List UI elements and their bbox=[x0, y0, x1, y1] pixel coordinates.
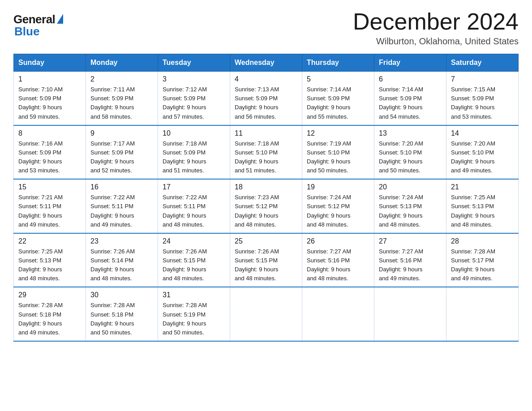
day-number: 27 bbox=[379, 237, 442, 245]
table-row bbox=[446, 287, 519, 341]
day-info: Sunrise: 7:28 AM Sunset: 5:19 PM Dayligh… bbox=[163, 301, 225, 337]
table-row: 16 Sunrise: 7:22 AM Sunset: 5:11 PM Dayl… bbox=[86, 179, 158, 233]
table-row: 9 Sunrise: 7:17 AM Sunset: 5:09 PM Dayli… bbox=[86, 125, 158, 180]
day-info: Sunrise: 7:14 AM Sunset: 5:09 PM Dayligh… bbox=[307, 85, 369, 121]
day-number: 1 bbox=[18, 75, 81, 83]
table-row: 14 Sunrise: 7:20 AM Sunset: 5:10 PM Dayl… bbox=[446, 125, 519, 180]
calendar-week-row: 15 Sunrise: 7:21 AM Sunset: 5:11 PM Dayl… bbox=[14, 179, 519, 233]
table-row: 6 Sunrise: 7:14 AM Sunset: 5:09 PM Dayli… bbox=[374, 72, 446, 125]
day-info: Sunrise: 7:16 AM Sunset: 5:09 PM Dayligh… bbox=[18, 139, 81, 176]
month-title: December 2024 bbox=[353, 9, 519, 34]
day-number: 10 bbox=[163, 129, 225, 137]
table-row: 29 Sunrise: 7:28 AM Sunset: 5:18 PM Dayl… bbox=[14, 287, 86, 341]
day-info: Sunrise: 7:20 AM Sunset: 5:10 PM Dayligh… bbox=[451, 139, 514, 176]
day-info: Sunrise: 7:17 AM Sunset: 5:09 PM Dayligh… bbox=[90, 139, 153, 176]
day-info: Sunrise: 7:12 AM Sunset: 5:09 PM Dayligh… bbox=[163, 85, 225, 121]
header-wednesday: Wednesday bbox=[230, 54, 302, 72]
day-info: Sunrise: 7:20 AM Sunset: 5:10 PM Dayligh… bbox=[379, 139, 442, 176]
day-number: 31 bbox=[163, 291, 225, 299]
table-row: 19 Sunrise: 7:24 AM Sunset: 5:12 PM Dayl… bbox=[302, 179, 374, 233]
calendar-week-row: 1 Sunrise: 7:10 AM Sunset: 5:09 PM Dayli… bbox=[14, 72, 519, 125]
day-info: Sunrise: 7:24 AM Sunset: 5:13 PM Dayligh… bbox=[379, 193, 442, 229]
day-number: 9 bbox=[90, 129, 153, 137]
day-info: Sunrise: 7:13 AM Sunset: 5:09 PM Dayligh… bbox=[235, 85, 297, 121]
location-subtitle: Wilburton, Oklahoma, United States bbox=[353, 36, 519, 47]
day-info: Sunrise: 7:23 AM Sunset: 5:12 PM Dayligh… bbox=[235, 193, 297, 229]
table-row: 5 Sunrise: 7:14 AM Sunset: 5:09 PM Dayli… bbox=[302, 72, 374, 125]
logo-blue-text: Blue bbox=[14, 25, 39, 39]
table-row: 4 Sunrise: 7:13 AM Sunset: 5:09 PM Dayli… bbox=[230, 72, 302, 125]
day-number: 26 bbox=[307, 237, 369, 245]
day-number: 14 bbox=[451, 129, 514, 137]
table-row: 30 Sunrise: 7:28 AM Sunset: 5:18 PM Dayl… bbox=[86, 287, 158, 341]
table-row: 22 Sunrise: 7:25 AM Sunset: 5:13 PM Dayl… bbox=[14, 233, 86, 287]
page-header: General Blue December 2024 Wilburton, Ok… bbox=[13, 9, 519, 47]
table-row: 28 Sunrise: 7:28 AM Sunset: 5:17 PM Dayl… bbox=[446, 233, 519, 287]
day-number: 3 bbox=[163, 75, 225, 83]
table-row: 18 Sunrise: 7:23 AM Sunset: 5:12 PM Dayl… bbox=[230, 179, 302, 233]
day-number: 24 bbox=[163, 237, 225, 245]
table-row: 31 Sunrise: 7:28 AM Sunset: 5:19 PM Dayl… bbox=[158, 287, 230, 341]
day-number: 21 bbox=[451, 183, 514, 191]
day-number: 23 bbox=[90, 237, 153, 245]
day-info: Sunrise: 7:28 AM Sunset: 5:17 PM Dayligh… bbox=[451, 247, 514, 283]
table-row: 13 Sunrise: 7:20 AM Sunset: 5:10 PM Dayl… bbox=[374, 125, 446, 180]
day-number: 5 bbox=[307, 75, 369, 83]
header-saturday: Saturday bbox=[446, 54, 519, 72]
table-row: 17 Sunrise: 7:22 AM Sunset: 5:11 PM Dayl… bbox=[158, 179, 230, 233]
header-thursday: Thursday bbox=[302, 54, 374, 72]
day-number: 28 bbox=[451, 237, 514, 245]
table-row: 1 Sunrise: 7:10 AM Sunset: 5:09 PM Dayli… bbox=[14, 72, 86, 125]
day-info: Sunrise: 7:25 AM Sunset: 5:13 PM Dayligh… bbox=[451, 193, 514, 229]
table-row: 8 Sunrise: 7:16 AM Sunset: 5:09 PM Dayli… bbox=[14, 125, 86, 180]
day-number: 8 bbox=[18, 129, 81, 137]
table-row: 26 Sunrise: 7:27 AM Sunset: 5:16 PM Dayl… bbox=[302, 233, 374, 287]
table-row: 11 Sunrise: 7:18 AM Sunset: 5:10 PM Dayl… bbox=[230, 125, 302, 180]
day-info: Sunrise: 7:21 AM Sunset: 5:11 PM Dayligh… bbox=[18, 193, 81, 229]
table-row: 2 Sunrise: 7:11 AM Sunset: 5:09 PM Dayli… bbox=[86, 72, 158, 125]
day-number: 12 bbox=[307, 129, 369, 137]
day-number: 17 bbox=[163, 183, 225, 191]
day-number: 13 bbox=[379, 129, 442, 137]
day-info: Sunrise: 7:26 AM Sunset: 5:14 PM Dayligh… bbox=[90, 247, 153, 283]
day-info: Sunrise: 7:24 AM Sunset: 5:12 PM Dayligh… bbox=[307, 193, 369, 229]
day-info: Sunrise: 7:25 AM Sunset: 5:13 PM Dayligh… bbox=[18, 247, 81, 283]
day-number: 7 bbox=[451, 75, 514, 83]
day-info: Sunrise: 7:26 AM Sunset: 5:15 PM Dayligh… bbox=[235, 247, 297, 283]
day-number: 19 bbox=[307, 183, 369, 191]
day-number: 22 bbox=[18, 237, 81, 245]
table-row: 24 Sunrise: 7:26 AM Sunset: 5:15 PM Dayl… bbox=[158, 233, 230, 287]
calendar-week-row: 8 Sunrise: 7:16 AM Sunset: 5:09 PM Dayli… bbox=[14, 125, 519, 180]
day-number: 25 bbox=[235, 237, 297, 245]
title-area: December 2024 Wilburton, Oklahoma, Unite… bbox=[353, 9, 519, 47]
table-row: 3 Sunrise: 7:12 AM Sunset: 5:09 PM Dayli… bbox=[158, 72, 230, 125]
day-number: 18 bbox=[235, 183, 297, 191]
calendar-week-row: 22 Sunrise: 7:25 AM Sunset: 5:13 PM Dayl… bbox=[14, 233, 519, 287]
day-info: Sunrise: 7:27 AM Sunset: 5:16 PM Dayligh… bbox=[379, 247, 442, 283]
table-row: 10 Sunrise: 7:18 AM Sunset: 5:09 PM Dayl… bbox=[158, 125, 230, 180]
header-tuesday: Tuesday bbox=[158, 54, 230, 72]
table-row: 23 Sunrise: 7:26 AM Sunset: 5:14 PM Dayl… bbox=[86, 233, 158, 287]
table-row bbox=[230, 287, 302, 341]
logo: General Blue bbox=[13, 13, 63, 39]
day-number: 15 bbox=[18, 183, 81, 191]
table-row: 20 Sunrise: 7:24 AM Sunset: 5:13 PM Dayl… bbox=[374, 179, 446, 233]
day-info: Sunrise: 7:18 AM Sunset: 5:10 PM Dayligh… bbox=[235, 139, 297, 176]
day-info: Sunrise: 7:27 AM Sunset: 5:16 PM Dayligh… bbox=[307, 247, 369, 283]
day-info: Sunrise: 7:15 AM Sunset: 5:09 PM Dayligh… bbox=[451, 85, 514, 121]
table-row bbox=[302, 287, 374, 341]
day-info: Sunrise: 7:28 AM Sunset: 5:18 PM Dayligh… bbox=[18, 301, 81, 337]
day-number: 16 bbox=[90, 183, 153, 191]
header-row: Sunday Monday Tuesday Wednesday Thursday… bbox=[14, 54, 519, 72]
day-info: Sunrise: 7:10 AM Sunset: 5:09 PM Dayligh… bbox=[18, 85, 81, 121]
day-number: 11 bbox=[235, 129, 297, 137]
day-number: 6 bbox=[379, 75, 442, 83]
day-number: 2 bbox=[90, 75, 153, 83]
calendar-table: Sunday Monday Tuesday Wednesday Thursday… bbox=[13, 54, 519, 342]
table-row: 25 Sunrise: 7:26 AM Sunset: 5:15 PM Dayl… bbox=[230, 233, 302, 287]
day-number: 30 bbox=[90, 291, 153, 299]
table-row: 7 Sunrise: 7:15 AM Sunset: 5:09 PM Dayli… bbox=[446, 72, 519, 125]
day-number: 20 bbox=[379, 183, 442, 191]
day-info: Sunrise: 7:19 AM Sunset: 5:10 PM Dayligh… bbox=[307, 139, 369, 176]
header-monday: Monday bbox=[86, 54, 158, 72]
